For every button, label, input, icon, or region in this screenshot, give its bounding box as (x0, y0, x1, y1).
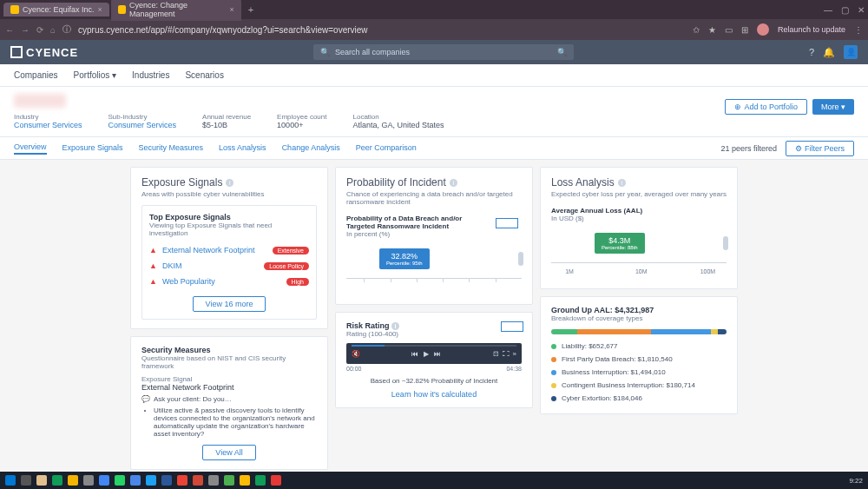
view-more-button[interactable]: View 16 more (193, 296, 266, 312)
chat-icon: 💬 (141, 395, 150, 403)
nav-industries[interactable]: Industries (132, 70, 169, 80)
sig-name: External Network Footprint (141, 383, 317, 392)
nav-scenarios[interactable]: Scenarios (185, 70, 223, 80)
legend-item: Business Interruption: $1,494,010 (551, 366, 727, 379)
forward-icon[interactable]: → (21, 25, 30, 35)
tb-icon[interactable] (68, 475, 78, 486)
user-menu[interactable]: 👤 (844, 45, 858, 59)
card-title: Security Measures (141, 346, 317, 354)
scrollbar-handle[interactable] (723, 236, 728, 250)
meta-label: Location (352, 113, 444, 121)
more-button[interactable]: More ▾ (812, 99, 854, 115)
menu-icon[interactable]: ⋮ (854, 25, 863, 35)
tb-icon[interactable] (52, 475, 62, 486)
card-subtitle: Expected cyber loss per year, averaged o… (551, 190, 727, 198)
play-icon[interactable]: ▶ (424, 350, 429, 358)
close-icon[interactable]: × (230, 5, 234, 14)
tb-icon[interactable] (224, 475, 234, 486)
tab-exposure[interactable]: Exposure Signals (62, 143, 123, 154)
browser-tab-2[interactable]: Cyence: Change Management × (111, 0, 241, 21)
close-icon[interactable]: × (98, 5, 102, 14)
app-logo[interactable]: CYENCE (10, 46, 78, 59)
company-header: IndustryConsumer Services Sub-industryCo… (0, 87, 868, 137)
tb-icon[interactable] (193, 475, 203, 486)
rewind-icon[interactable]: ⏮ (411, 350, 418, 358)
video-player[interactable]: 🔇 ⏮ ▶ ⏭ ⊡ ⛶ » (346, 343, 522, 364)
video-total: 04:38 (506, 366, 522, 372)
url-input[interactable]: cyprus.cyence.net/app/#/company/xqwnyodz… (78, 25, 368, 35)
tab-loss[interactable]: Loss Analysis (219, 143, 266, 154)
tb-icon[interactable] (115, 475, 125, 486)
info-icon[interactable]: i (450, 179, 457, 187)
tb-icon[interactable] (21, 475, 31, 486)
tab-overview[interactable]: Overview (14, 142, 47, 155)
tb-icon[interactable] (130, 475, 141, 486)
nav-portfolios[interactable]: Portfolios ▾ (74, 70, 116, 80)
search-submit-icon[interactable]: 🔍 (557, 48, 567, 56)
relaunch-button[interactable]: Relaunch to update (778, 25, 845, 34)
meta-location: Atlanta, GA, United States (352, 121, 444, 129)
mute-icon[interactable]: 🔇 (352, 350, 360, 358)
tb-icon[interactable] (255, 475, 266, 486)
forward-icon[interactable]: ⏭ (434, 350, 441, 358)
info-icon[interactable]: i (618, 179, 626, 187)
new-tab-button[interactable]: + (248, 4, 253, 15)
tb-icon[interactable] (99, 475, 109, 486)
bell-icon[interactable]: 🔔 (823, 47, 835, 58)
start-icon[interactable] (5, 475, 16, 486)
lock-icon: ⓘ (62, 23, 71, 36)
extensions-icon[interactable]: ⊞ (741, 25, 748, 35)
breakdown-bar (551, 329, 727, 334)
tb-icon[interactable] (271, 475, 281, 486)
help-icon[interactable]: ? (809, 47, 814, 57)
signal-link[interactable]: External Network Footprint (162, 246, 255, 254)
sig-label: Exposure Signal (141, 375, 317, 383)
warning-icon: ▲ (149, 277, 157, 286)
meta-industry[interactable]: Consumer Services (14, 121, 82, 129)
cc-icon[interactable]: ⊡ (493, 350, 499, 358)
tb-icon[interactable] (161, 475, 172, 486)
star-icon[interactable]: ★ (708, 25, 716, 35)
signal-link[interactable]: DKIM (162, 261, 182, 270)
clock[interactable]: 9:22 (849, 477, 863, 485)
severity-badge: Loose Policy (264, 262, 309, 270)
tb-icon[interactable] (146, 475, 156, 486)
signal-link[interactable]: Web Popularity (162, 277, 215, 286)
add-to-portfolio-button[interactable]: ⊕ Add to Portfolio (725, 99, 807, 115)
reload-icon[interactable]: ⟳ (36, 25, 43, 35)
tb-icon[interactable] (36, 475, 47, 486)
close-window-icon[interactable]: ✕ (858, 5, 865, 15)
back-icon[interactable]: ← (5, 25, 14, 35)
chart-toggle[interactable] (501, 321, 523, 332)
scrollbar-handle[interactable] (518, 252, 523, 266)
tab-peer[interactable]: Peer Comparison (356, 143, 417, 154)
maximize-icon[interactable]: ▢ (841, 5, 849, 15)
favicon-icon (118, 5, 126, 14)
profile-avatar[interactable] (757, 23, 769, 36)
aal-unit: In USD ($) (551, 215, 727, 222)
home-icon[interactable]: ⌂ (50, 25, 56, 35)
risk-range: Rating (100-400) (346, 330, 522, 338)
minimize-icon[interactable]: — (824, 5, 832, 15)
view-all-button[interactable]: View All (202, 445, 255, 460)
meta-subindustry[interactable]: Consumer Services (108, 121, 177, 129)
chart-toggle[interactable] (496, 218, 518, 228)
tab-security[interactable]: Security Measures (139, 143, 204, 154)
browser-tab-1[interactable]: Cyence: Equifax Inc. × (3, 3, 109, 17)
tab-change[interactable]: Change Analysis (282, 143, 340, 154)
filter-peers-button[interactable]: ⚙ Filter Peers (786, 141, 854, 156)
legend-item: First Party Data Breach: $1,810,540 (551, 353, 727, 366)
star-icon-outline[interactable]: ✩ (693, 25, 700, 35)
global-search[interactable]: 🔍 Search all companies 🔍 (313, 44, 574, 60)
screen-icon[interactable]: ▭ (725, 25, 733, 35)
tb-icon[interactable] (83, 475, 94, 486)
info-icon[interactable]: i (226, 179, 233, 187)
fullscreen-icon[interactable]: ⛶ (503, 350, 510, 358)
tb-icon[interactable] (240, 475, 250, 486)
more-icon[interactable]: » (513, 350, 516, 358)
info-icon[interactable]: i (391, 322, 399, 330)
learn-link[interactable]: Learn how it's calculated (346, 390, 522, 399)
tb-icon[interactable] (177, 475, 187, 486)
tb-icon[interactable] (208, 475, 219, 486)
nav-companies[interactable]: Companies (14, 70, 58, 80)
